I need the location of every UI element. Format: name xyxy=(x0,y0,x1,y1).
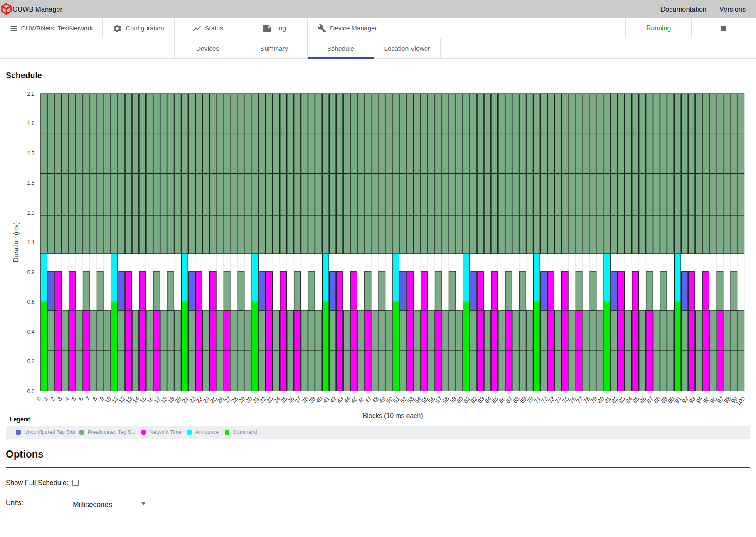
svg-text:1: 1 xyxy=(42,395,49,402)
svg-text:8: 8 xyxy=(91,395,99,402)
svg-text:1.1: 1.1 xyxy=(27,239,34,245)
svg-text:0.2: 0.2 xyxy=(27,358,34,364)
svg-text:2: 2 xyxy=(49,395,56,402)
svg-text:Duration (ms): Duration (ms) xyxy=(12,222,20,262)
svg-text:4: 4 xyxy=(63,395,70,402)
svg-text:0: 0 xyxy=(35,395,42,402)
svg-text:Blocks (10 ms each): Blocks (10 ms each) xyxy=(363,412,423,419)
svg-text:1.7: 1.7 xyxy=(27,150,34,156)
svg-text:1.3: 1.3 xyxy=(27,210,34,216)
svg-text:0.4: 0.4 xyxy=(27,329,34,335)
svg-text:1.9: 1.9 xyxy=(27,120,34,126)
svg-text:0.9: 0.9 xyxy=(27,269,34,275)
svg-text:3: 3 xyxy=(56,395,63,402)
svg-text:6: 6 xyxy=(77,395,84,402)
svg-text:0.0: 0.0 xyxy=(27,388,34,394)
svg-text:1.5: 1.5 xyxy=(27,180,34,186)
svg-text:2.2: 2.2 xyxy=(27,91,34,97)
svg-text:0.6: 0.6 xyxy=(27,299,34,305)
svg-text:100: 100 xyxy=(735,395,746,407)
svg-text:5: 5 xyxy=(70,395,77,402)
svg-text:7: 7 xyxy=(84,395,91,402)
